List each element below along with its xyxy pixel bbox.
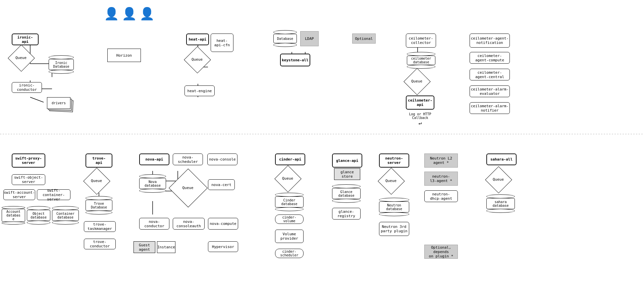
cinder-volume-box: cinder-volume — [275, 214, 304, 224]
queue-ironic-diamond: Queue — [12, 49, 30, 67]
container-database-cylinder: Containerdatabase — [52, 206, 79, 225]
horizon-label: Horizon — [116, 53, 132, 58]
queue-neutron-diamond: Queue — [382, 172, 400, 190]
swift-object-server-label: swift-object-server — [14, 175, 43, 184]
cinder-database-label: Cinderdatabase — [281, 198, 297, 206]
nova-cert-label: nova-cert — [211, 183, 231, 187]
nova-cert-box: nova-cert — [208, 179, 235, 190]
heat-api-label: heat-api — [189, 37, 207, 42]
heat-engine-label: heat-engine — [187, 89, 212, 93]
nova-conductor-label: nova-conductor — [144, 220, 164, 228]
ceilometer-database-cylinder: ceilometerdatabase — [407, 52, 435, 69]
optional-depends-box: Optional, dependson plugin * — [424, 245, 458, 259]
trove-taskmanager-label: trove-taskmanager — [88, 222, 112, 231]
account-database-label: Accountdatabase — [6, 210, 20, 221]
ceilometer-database-label: ceilometerdatabase — [411, 57, 431, 64]
keystone-database-label: Database — [277, 37, 293, 41]
ceilometer-collector-box: ceilometer-collector — [406, 34, 436, 48]
cinder-volume-label: cinder-volume — [277, 216, 301, 223]
nova-consoleauth-box: nova-consoleauth — [173, 218, 205, 230]
queue-heat-diamond: Queue — [188, 50, 206, 69]
sahara-all-label: sahara-all — [490, 157, 513, 162]
ceilometer-agent-central-label: ceilometer-agent-central — [475, 70, 504, 79]
keystone-database-cylinder: Database — [273, 30, 297, 47]
sahara-database-cylinder: saharadatabase — [486, 194, 515, 213]
swift-container-server-box: swift-container-server — [37, 189, 70, 200]
ceilometer-agent-notification-box: ceilometer-agent-notification — [470, 34, 510, 48]
neutron-l2-agent-label: Neutron L2agent * — [430, 156, 452, 165]
queue-sahara-diamond: Queue — [489, 170, 507, 189]
nova-conductor-box: nova-conductor — [139, 218, 169, 230]
ironic-conductor-box: ironic-conductor — [12, 82, 42, 93]
optional-depends-label: Optional, dependson plugin * — [425, 245, 458, 258]
queue-ironic-label: Queue — [15, 56, 26, 60]
glance-store-box: glancestore — [334, 168, 360, 180]
volume-provider-label: Volumeprovider — [280, 232, 298, 241]
ceilometer-alarm-evaluator-box: ceilometer-alarm-evaluator — [470, 85, 510, 97]
keystone-all-box: keystone-all — [280, 54, 310, 66]
nova-api-label: nova-api — [146, 157, 163, 162]
queue-sahara-label: Queue — [493, 177, 504, 182]
queue-trove-label: Queue — [91, 179, 102, 183]
nova-database-label: Novadatabase — [145, 180, 161, 187]
guest-agent-box: Guestagent — [133, 241, 155, 253]
trove-api-box: trove-api — [86, 154, 112, 168]
neutron-server-box: neutron-server — [379, 154, 409, 168]
optional-label: Optional — [355, 37, 373, 41]
ceilometer-alarm-notifier-label: ceilometer-alarm-notifier — [471, 104, 509, 113]
nova-compute-box: nova-compute — [208, 218, 238, 230]
ldap-label: LDAP — [305, 37, 314, 41]
heat-api-cfn-label: heat-api-cfn — [214, 39, 230, 47]
swift-proxy-server-box: swift-proxy-server — [12, 154, 45, 168]
glance-registry-box: glance-registry — [332, 208, 361, 220]
queue-ceilometer-diamond: Queue — [408, 72, 426, 90]
trove-api-label: trove-api — [92, 156, 106, 165]
ceilometer-agent-notification-label: ceilometer-agent-notification — [471, 36, 509, 45]
drivers-label: drivers — [52, 101, 66, 105]
ceilometer-agent-compute-label: ceilometer-agent-compute — [475, 54, 504, 62]
guest-agent-label: Guestagent — [139, 243, 150, 252]
hypervisor-label: Hypervisor — [212, 245, 234, 249]
neutron-database-label: Neutrondatabase — [386, 203, 402, 211]
neutron-dhcp-agent-box: neutron-dhcp-agent — [424, 190, 458, 202]
trove-conductor-box: trove-conductor — [84, 239, 116, 249]
keystone-all-label: keystone-all — [282, 58, 308, 62]
svg-line-6 — [30, 97, 44, 102]
log-http-callback-label: Log or HTTPCallback ↵ — [406, 112, 434, 126]
sahara-database-label: saharadatabase — [492, 200, 508, 207]
trove-database-label: TroveDatabase — [91, 202, 107, 209]
neutron-3rd-party-box: Neutron 3rdparty plugin — [379, 222, 409, 236]
account-database-cylinder: Accountdatabase — [2, 206, 25, 225]
nova-console-box: nova-console — [207, 154, 237, 165]
ironic-api-label: ironic-api — [17, 35, 33, 44]
nova-scheduler-box: nova-scheduler — [173, 154, 203, 165]
nova-database-cylinder: Novadatabase — [139, 174, 166, 193]
glance-registry-label: glance-registry — [337, 209, 355, 218]
instance-box: Instance — [157, 241, 175, 253]
neutron-l2-agent-box: Neutron L2agent * — [424, 154, 458, 168]
object-database-label: Objectdatabase — [31, 212, 47, 219]
optional-box: Optional — [352, 34, 376, 44]
neutron-dhcp-agent-label: neutron-dhcp-agent — [430, 192, 452, 201]
trove-taskmanager-box: trove-taskmanager — [84, 221, 116, 232]
ceilometer-alarm-notifier-box: ceilometer-alarm-notifier — [470, 102, 510, 114]
architecture-diagram: 👤👤👤 ironic-api Queue IronicDatabase iron… — [0, 0, 644, 307]
neutron-l3-agent-label: neutron-l3-agent * — [430, 174, 452, 183]
queue-cinder-label: Queue — [282, 176, 293, 181]
cinder-scheduler-label: cinder-scheduler — [280, 250, 298, 257]
cinder-scheduler-box: cinder-scheduler — [275, 249, 304, 258]
swift-account-server-box: swift-account-server — [3, 189, 35, 200]
swift-account-server-label: swift-account-server — [4, 190, 35, 199]
glance-database-cylinder: Glancedatabase — [332, 184, 361, 203]
glance-api-label: glance-api — [336, 159, 358, 163]
trove-database-cylinder: TroveDatabase — [86, 196, 112, 214]
ironic-api-box: ironic-api — [12, 34, 39, 45]
cinder-api-box: cinder-api — [275, 154, 305, 165]
neutron-server-label: neutron-server — [385, 156, 403, 165]
glance-database-label: Glancedatabase — [338, 190, 354, 197]
container-database-label: Containerdatabase — [56, 212, 74, 219]
trove-conductor-label: trove-conductor — [90, 240, 110, 248]
horizon-box: Horizon — [107, 49, 141, 62]
queue-heat-label: Queue — [192, 57, 203, 62]
nova-api-box: nova-api — [139, 154, 169, 165]
